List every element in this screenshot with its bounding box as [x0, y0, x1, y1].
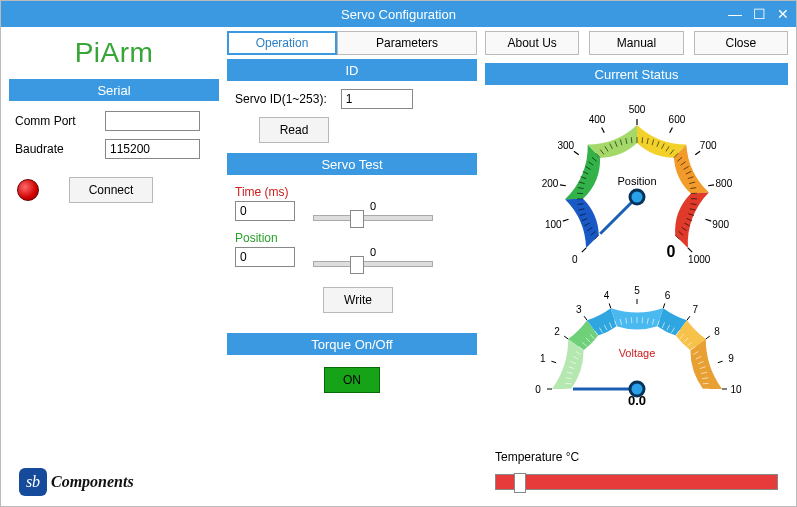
svg-line-12	[669, 128, 672, 133]
svg-line-83	[584, 316, 587, 320]
tab-close[interactable]: Close	[694, 31, 788, 55]
svg-text:4: 4	[603, 290, 609, 301]
left-column: PiArm Serial Comm Port Baudrate Connect …	[9, 31, 219, 500]
position-slider-value: 0	[370, 246, 376, 258]
temperature-thumb-icon	[514, 473, 526, 493]
voltage-gauge: 012345678910Voltage0.0	[507, 277, 767, 407]
app-window: Servo Configuration — ☐ ✕ PiArm Serial C…	[0, 0, 797, 507]
brand-logo: PiArm	[9, 31, 219, 79]
tab-manual[interactable]: Manual	[589, 31, 683, 55]
comm-port-label: Comm Port	[15, 114, 105, 128]
position-input[interactable]	[235, 247, 295, 267]
svg-text:100: 100	[544, 219, 561, 230]
svg-text:Position: Position	[617, 175, 656, 187]
temperature-bar[interactable]	[495, 474, 778, 490]
status-led-icon	[17, 179, 39, 201]
svg-text:1: 1	[540, 353, 546, 364]
time-input[interactable]	[235, 201, 295, 221]
svg-line-89	[663, 303, 665, 308]
svg-text:900: 900	[712, 219, 729, 230]
svg-text:0: 0	[666, 243, 675, 260]
svg-text:0: 0	[535, 384, 541, 395]
id-header: ID	[227, 59, 477, 81]
svg-text:200: 200	[541, 178, 558, 189]
baudrate-row: Baudrate	[9, 135, 219, 163]
connect-button[interactable]: Connect	[69, 177, 153, 203]
sb-logo-icon: sb	[19, 468, 47, 496]
svg-text:10: 10	[730, 384, 742, 395]
tab-about[interactable]: About Us	[485, 31, 579, 55]
svg-line-20	[687, 248, 691, 252]
svg-line-2	[562, 219, 568, 221]
time-label: Time (ms)	[227, 181, 477, 201]
svg-text:6: 6	[664, 290, 670, 301]
svg-text:600: 600	[668, 114, 685, 125]
servo-test-header: Servo Test	[227, 153, 477, 175]
svg-text:800: 800	[715, 178, 732, 189]
svg-line-79	[551, 361, 556, 363]
torque-header: Torque On/Off	[227, 333, 477, 355]
svg-line-81	[564, 336, 568, 339]
svg-line-14	[695, 151, 700, 155]
svg-point-75	[630, 190, 644, 204]
right-column: About Us Manual Close Current Status 010…	[485, 31, 788, 500]
serial-header: Serial	[9, 79, 219, 101]
time-slider-value: 0	[370, 200, 376, 212]
tab-parameters[interactable]: Parameters	[337, 31, 477, 55]
right-tabs: About Us Manual Close	[485, 31, 788, 55]
svg-line-8	[601, 128, 604, 133]
maximize-icon[interactable]: ☐	[752, 6, 766, 22]
comm-port-input[interactable]	[105, 111, 200, 131]
titlebar: Servo Configuration — ☐ ✕	[1, 1, 796, 27]
gauges: 01002003004005006007008009001000Position…	[485, 97, 788, 444]
connect-row: Connect	[9, 163, 219, 217]
read-button[interactable]: Read	[259, 117, 329, 143]
svg-line-85	[609, 303, 611, 308]
window-controls: — ☐ ✕	[728, 1, 790, 27]
position-gauge: 01002003004005006007008009001000Position…	[507, 97, 767, 277]
servo-id-input[interactable]	[341, 89, 413, 109]
write-button[interactable]: Write	[323, 287, 393, 313]
main-tabs: Operation Parameters	[227, 31, 477, 55]
svg-text:3: 3	[576, 304, 582, 315]
minimize-icon[interactable]: —	[728, 6, 742, 22]
svg-line-18	[705, 219, 711, 221]
sb-logo-text: Components	[51, 473, 134, 491]
svg-text:Voltage: Voltage	[618, 347, 655, 359]
svg-text:9: 9	[728, 353, 734, 364]
svg-text:0.0: 0.0	[627, 393, 645, 407]
window-title: Servo Configuration	[1, 7, 796, 22]
svg-text:700: 700	[699, 140, 716, 151]
svg-line-95	[717, 361, 722, 363]
baudrate-label: Baudrate	[15, 142, 105, 156]
position-label: Position	[227, 227, 477, 247]
svg-text:1000: 1000	[688, 254, 711, 265]
tab-operation[interactable]: Operation	[227, 31, 337, 55]
svg-line-0	[581, 248, 585, 252]
svg-line-4	[559, 185, 565, 186]
middle-column: Operation Parameters ID Servo ID(1~253):…	[227, 31, 477, 500]
content: PiArm Serial Comm Port Baudrate Connect …	[1, 27, 796, 506]
servo-id-label: Servo ID(1~253):	[235, 92, 327, 106]
status-header: Current Status	[485, 63, 788, 85]
svg-text:7: 7	[692, 304, 698, 315]
svg-text:400: 400	[588, 114, 605, 125]
svg-text:8: 8	[714, 326, 720, 337]
servo-id-row: Servo ID(1~253):	[227, 87, 477, 111]
svg-text:5: 5	[634, 285, 640, 296]
svg-text:500: 500	[628, 104, 645, 115]
svg-text:300: 300	[557, 140, 574, 151]
torque-toggle-button[interactable]: ON	[324, 367, 380, 393]
position-slider[interactable]: 0	[313, 247, 433, 267]
close-icon[interactable]: ✕	[776, 6, 790, 22]
svg-text:2: 2	[554, 326, 560, 337]
svg-line-91	[686, 316, 689, 320]
svg-line-6	[573, 151, 578, 155]
temperature-label: Temperature °C	[485, 450, 788, 464]
footer-logo: sb Components	[9, 468, 219, 500]
svg-line-93	[705, 336, 709, 339]
baudrate-input[interactable]	[105, 139, 200, 159]
time-slider[interactable]: 0	[313, 201, 433, 221]
svg-line-16	[708, 185, 714, 186]
comm-port-row: Comm Port	[9, 107, 219, 135]
